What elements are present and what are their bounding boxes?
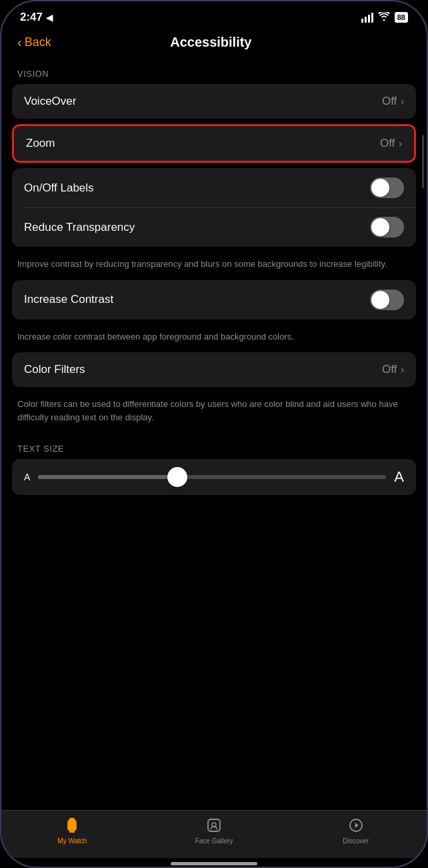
slider-min-label: A	[24, 472, 30, 482]
slider-fill	[38, 475, 177, 479]
color-filters-group: Color Filters Off ›	[12, 352, 416, 387]
text-size-slider-group: A A	[12, 459, 416, 495]
svg-point-3	[70, 823, 74, 827]
reduce-transparency-toggle-knob	[371, 218, 389, 236]
color-filters-row[interactable]: Color Filters Off ›	[12, 352, 416, 387]
svg-point-5	[212, 823, 216, 827]
face-gallery-icon	[205, 816, 223, 835]
reduce-transparency-toggle[interactable]	[370, 217, 404, 238]
svg-rect-1	[69, 818, 75, 820]
signal-bars-icon	[361, 13, 373, 23]
battery-icon: 88	[395, 12, 408, 23]
tab-face-gallery[interactable]: Face Gallery	[143, 816, 285, 845]
time-display: 2:47	[20, 11, 43, 24]
increase-contrast-toggle[interactable]	[370, 290, 404, 310]
location-arrow-icon: ◀	[46, 13, 53, 23]
onoff-labels-toggle-knob	[371, 179, 389, 197]
phone-screen: 2:47 ◀ 88	[1, 1, 427, 867]
svg-rect-4	[208, 819, 220, 831]
reduce-transparency-label: Reduce Transparency	[24, 221, 135, 234]
voiceover-right: Off ›	[382, 95, 404, 108]
my-watch-tab-label: My Watch	[57, 837, 87, 845]
status-right-icons: 88	[361, 11, 408, 23]
scroll-content[interactable]: VISION VoiceOver Off › Zoom Off	[1, 58, 427, 810]
slider-thumb[interactable]	[167, 467, 187, 487]
dynamic-island	[174, 9, 254, 29]
color-filters-value: Off	[382, 363, 397, 376]
phone-frame: 2:47 ◀ 88	[0, 0, 428, 868]
onoff-labels-row[interactable]: On/Off Labels	[12, 168, 416, 207]
color-filters-label: Color Filters	[24, 363, 85, 376]
color-filters-chevron-icon: ›	[401, 364, 404, 375]
wifi-icon	[378, 11, 390, 23]
zoom-highlighted-row[interactable]: Zoom Off ›	[12, 124, 416, 163]
svg-marker-7	[355, 823, 359, 828]
tab-discover[interactable]: Discover	[285, 816, 427, 845]
reduce-transparency-row[interactable]: Reduce Transparency	[12, 207, 416, 247]
zoom-right: Off ›	[380, 137, 402, 150]
reduce-transparency-description: Improve contrast by reducing transparenc…	[1, 252, 427, 280]
voiceover-row[interactable]: VoiceOver Off ›	[12, 84, 416, 119]
svg-rect-2	[69, 831, 75, 833]
increase-contrast-toggle-knob	[371, 291, 389, 309]
increase-contrast-description: Increase color contrast between app fore…	[1, 325, 427, 353]
tab-bar: My Watch Face Gallery	[1, 810, 427, 858]
back-button[interactable]: ‹ Back	[17, 35, 51, 50]
text-size-slider[interactable]	[38, 475, 386, 479]
voiceover-value: Off	[382, 95, 397, 108]
slider-max-label: A	[394, 468, 404, 486]
nav-bar: ‹ Back Accessibility	[1, 29, 427, 58]
text-size-section-label: TEXT SIZE	[1, 433, 427, 459]
increase-contrast-label: Increase Contrast	[24, 293, 113, 306]
back-button-label: Back	[25, 35, 51, 49]
vision-group-top: VoiceOver Off ›	[12, 84, 416, 119]
color-filters-right: Off ›	[382, 363, 404, 376]
scroll-indicator	[422, 135, 424, 188]
increase-contrast-group: Increase Contrast	[12, 280, 416, 320]
back-chevron-icon: ‹	[17, 35, 22, 50]
face-gallery-tab-label: Face Gallery	[195, 837, 233, 845]
status-time: 2:47 ◀	[20, 11, 53, 24]
zoom-value: Off	[380, 137, 395, 150]
discover-icon	[347, 816, 365, 835]
battery-level: 88	[397, 13, 405, 21]
zoom-label: Zoom	[26, 137, 55, 150]
page-title: Accessibility	[51, 35, 371, 50]
voiceover-label: VoiceOver	[24, 95, 76, 108]
slider-row: A A	[24, 468, 404, 486]
vision-group-bottom: On/Off Labels Reduce Transparency	[12, 168, 416, 247]
onoff-labels-label: On/Off Labels	[24, 181, 94, 195]
vision-section-label: VISION	[1, 58, 427, 84]
increase-contrast-row[interactable]: Increase Contrast	[12, 280, 416, 320]
voiceover-chevron-icon: ›	[401, 96, 404, 107]
home-indicator	[171, 862, 257, 865]
color-filters-description: Color filters can be used to differentia…	[1, 392, 427, 433]
onoff-labels-toggle[interactable]	[370, 177, 404, 198]
zoom-chevron-icon: ›	[399, 138, 402, 149]
my-watch-icon	[63, 816, 81, 835]
zoom-row[interactable]: Zoom Off ›	[14, 126, 414, 161]
tab-my-watch[interactable]: My Watch	[1, 816, 143, 845]
discover-tab-label: Discover	[343, 837, 369, 845]
